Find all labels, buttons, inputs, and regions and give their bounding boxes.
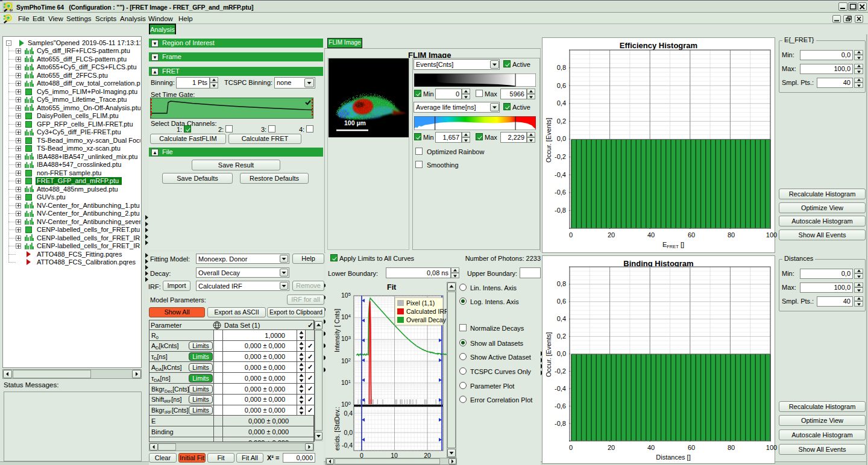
svg-text:Pixel (1,1): Pixel (1,1) <box>406 299 435 307</box>
svg-text:Overall Decay: Overall Decay <box>406 316 447 323</box>
svg-text:64: 64 <box>10 8 13 12</box>
svg-text:100 µm: 100 µm <box>344 119 366 126</box>
svg-text:Calculated IRF: Calculated IRF <box>406 308 448 315</box>
